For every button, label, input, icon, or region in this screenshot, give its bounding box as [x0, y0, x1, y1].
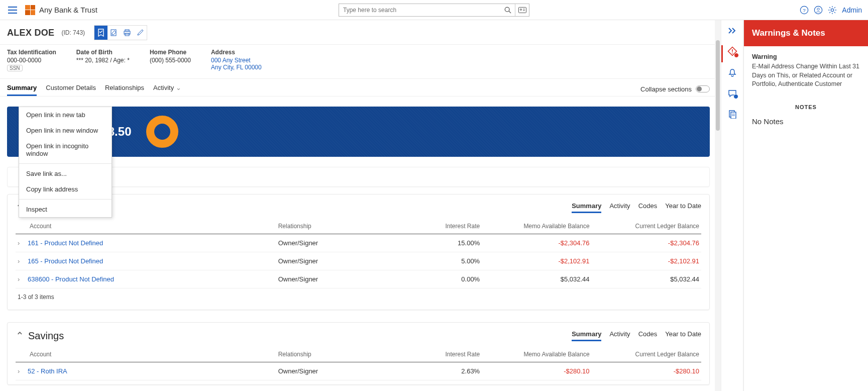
document-icon[interactable]: [728, 110, 737, 119]
table-row: ›52 - Roth IRA Owner/Signer 2.63% -$280.…: [16, 362, 701, 380]
scrollbar[interactable]: [715, 20, 721, 391]
collapse-toggle[interactable]: [696, 85, 710, 92]
main-tabs: Summary Customer Details Relationships A…: [7, 82, 181, 96]
expand-panel-icon[interactable]: [728, 27, 737, 34]
svg-point-13: [831, 9, 834, 11]
help-icon[interactable]: ?: [800, 6, 809, 15]
account-link[interactable]: 52 - Roth IRA: [28, 367, 67, 375]
col-memo: Memo Available Balance: [482, 347, 591, 362]
ctx-open-new-tab[interactable]: Open link in new tab: [19, 107, 112, 123]
chevron-right-icon[interactable]: ›: [18, 257, 24, 265]
savings-tab-codes[interactable]: Codes: [638, 330, 658, 341]
checking-pager: 1-3 of 3 items: [16, 288, 701, 306]
ssn-chip: SSN: [7, 65, 23, 71]
collapsed-section-placeholder: [7, 167, 710, 187]
brand-name: Any Bank & Trust: [39, 6, 97, 14]
collapse-label: Collapse sections: [640, 85, 692, 93]
search-icon[interactable]: [501, 4, 515, 16]
savings-tab-ytd[interactable]: Year to Date: [665, 330, 701, 341]
table-row: ›638600 - Product Not Defined Owner/Sign…: [16, 270, 701, 288]
ctx-save-link-as[interactable]: Save link as...: [19, 166, 112, 181]
svg-point-3: [505, 7, 509, 12]
ctx-inspect[interactable]: Inspect: [19, 202, 112, 217]
col-relationship: Relationship: [276, 219, 400, 234]
col-account: Account: [16, 347, 276, 362]
notes-header: NOTES: [752, 104, 860, 110]
savings-tab-summary[interactable]: Summary: [572, 330, 601, 341]
chevron-right-icon[interactable]: ›: [18, 367, 24, 375]
tab-summary[interactable]: Summary: [7, 82, 37, 96]
print-button[interactable]: [121, 26, 134, 40]
address-line1[interactable]: 000 Any Street: [211, 57, 251, 64]
admin-link[interactable]: Admin: [842, 6, 862, 14]
address-line2[interactable]: Any City, FL 00000: [211, 64, 262, 71]
account-link[interactable]: 161 - Product Not Defined: [28, 239, 103, 247]
ctx-copy-link[interactable]: Copy link address: [19, 181, 112, 197]
svg-line-18: [829, 7, 830, 8]
checking-tab-ytd[interactable]: Year to Date: [665, 202, 701, 213]
totals-banner: Loans Total $2,015,498.50 View Details: [7, 107, 710, 157]
checking-tab-summary[interactable]: Summary: [572, 202, 601, 213]
account-link[interactable]: 165 - Product Not Defined: [28, 257, 103, 265]
brand[interactable]: Any Bank & Trust: [25, 5, 97, 15]
col-ledger: Current Ledger Balance: [592, 347, 701, 362]
search-input[interactable]: [339, 7, 501, 14]
svg-point-6: [520, 9, 521, 10]
right-icon-rail: [721, 20, 743, 391]
savings-table: Account Relationship Interest Rate Memo …: [16, 347, 701, 380]
global-search: [339, 4, 529, 17]
checking-section: ⌃ Checking Summary Activity Codes Year t…: [7, 194, 710, 310]
col-rate: Interest Rate: [399, 347, 482, 362]
svg-point-28: [732, 53, 733, 54]
svg-rect-5: [518, 7, 526, 13]
collapse-sections-control: Collapse sections: [640, 85, 710, 93]
menu-toggle[interactable]: [6, 5, 19, 16]
loans-donut-icon: [146, 116, 178, 148]
checking-tab-codes[interactable]: Codes: [638, 202, 658, 213]
tab-activity[interactable]: Activity ⌄: [153, 82, 181, 96]
bookmark-button[interactable]: [94, 26, 107, 40]
table-row: ›165 - Product Not Defined Owner/Signer …: [16, 252, 701, 270]
top-bar: Any Bank & Trust ? Admin: [0, 0, 868, 20]
user-icon[interactable]: [814, 6, 823, 15]
edit-button[interactable]: [134, 26, 147, 40]
customer-id: (ID: 743): [61, 29, 85, 36]
customer-toolbar: [94, 25, 147, 40]
checking-tab-activity[interactable]: Activity: [609, 202, 630, 213]
warnings-notes-panel: Warnings & Notes Warning E-Mail Address …: [743, 20, 868, 391]
warning-text: E-Mail Address Change Within Last 31 Day…: [752, 62, 860, 89]
tab-relationships[interactable]: Relationships: [105, 82, 144, 96]
table-row: ›161 - Product Not Defined Owner/Signer …: [16, 234, 701, 252]
account-link[interactable]: 638600 - Product Not Defined: [28, 275, 114, 283]
bell-icon[interactable]: [728, 68, 737, 77]
comment-icon[interactable]: [728, 89, 737, 97]
ctx-open-new-window[interactable]: Open link in new window: [19, 123, 112, 138]
edit-note-button[interactable]: [107, 26, 121, 40]
tax-id-value: 000-00-0000: [7, 57, 41, 64]
dob-value: *** 20, 1982 / Age: *: [76, 57, 130, 64]
checking-tabs: Summary Activity Codes Year to Date: [572, 202, 701, 213]
svg-text:?: ?: [803, 7, 806, 13]
warnings-panel-header: Warnings & Notes: [744, 20, 868, 46]
checking-table: Account Relationship Interest Rate Memo …: [16, 219, 701, 288]
tab-customer-details[interactable]: Customer Details: [46, 82, 96, 96]
ctx-open-incognito[interactable]: Open link in incognito window: [19, 138, 112, 161]
home-phone-value: (000) 555-0000: [150, 57, 191, 64]
svg-point-12: [817, 8, 820, 10]
tax-id-label: Tax Identification: [7, 49, 56, 56]
customer-details: Tax Identification 000-00-0000 SSN Date …: [0, 45, 717, 79]
chevron-right-icon[interactable]: ›: [18, 275, 24, 283]
warning-diamond-icon[interactable]: [727, 46, 737, 56]
home-phone-label: Home Phone: [150, 49, 191, 56]
col-relationship: Relationship: [276, 347, 400, 362]
gear-icon[interactable]: [828, 6, 837, 15]
id-card-icon[interactable]: [515, 4, 529, 16]
brand-logo: [25, 5, 35, 15]
context-menu: Open link in new tab Open link in new wi…: [19, 107, 112, 218]
chevron-right-icon[interactable]: ›: [18, 239, 24, 247]
savings-tab-activity[interactable]: Activity: [609, 330, 630, 341]
col-memo: Memo Available Balance: [482, 219, 591, 234]
dob-label: Date of Birth: [76, 49, 130, 56]
chevron-up-icon[interactable]: ⌃: [16, 330, 24, 342]
col-rate: Interest Rate: [399, 219, 482, 234]
